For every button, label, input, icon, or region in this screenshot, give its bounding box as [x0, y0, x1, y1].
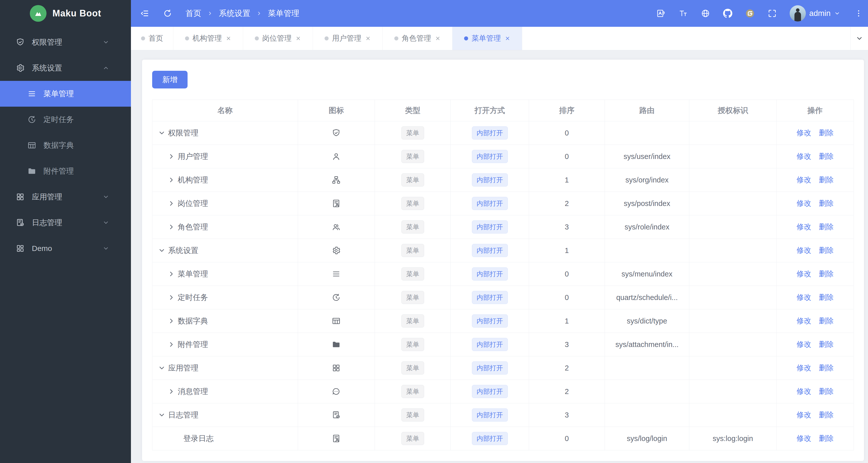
collapse-row-icon[interactable]	[158, 364, 165, 372]
sidebar-item-system[interactable]: 系统设置	[0, 55, 131, 81]
delete-link[interactable]: 删除	[819, 198, 834, 209]
tab-close-icon[interactable]	[435, 35, 441, 41]
menu-name: 系统设置	[168, 245, 198, 256]
cell-permission: sys:log:login	[689, 427, 776, 450]
breadcrumb-item[interactable]: 首页	[186, 8, 201, 19]
sidebar-item-schedule[interactable]: 定时任务	[0, 106, 131, 132]
avatar[interactable]	[789, 5, 806, 22]
sidebar: Maku Boot 权限管理系统设置菜单管理定时任务数据字典附件管理应用管理日志…	[0, 0, 131, 463]
tab-dot	[394, 36, 398, 40]
delete-link[interactable]: 删除	[819, 269, 834, 279]
expand-row-icon[interactable]	[167, 223, 175, 231]
more-options-icon[interactable]	[854, 9, 863, 18]
expand-row-icon[interactable]	[167, 294, 175, 301]
sidebar-item-demo[interactable]: Demo	[0, 236, 131, 261]
collapse-row-icon[interactable]	[158, 129, 165, 137]
edit-link[interactable]: 修改	[797, 339, 811, 349]
cell-actions: 修改删除	[776, 192, 854, 215]
delete-link[interactable]: 删除	[819, 363, 834, 373]
delete-link[interactable]: 删除	[819, 387, 834, 397]
sidebar-item-attachment[interactable]: 附件管理	[0, 158, 131, 184]
expand-row-icon[interactable]	[167, 270, 175, 278]
cell-permission	[689, 380, 776, 403]
user-menu[interactable]: admin	[789, 5, 840, 22]
top-header: 首页系统设置菜单管理	[131, 0, 868, 27]
tab-dropdown-button[interactable]	[850, 27, 868, 50]
edit-link[interactable]: 修改	[797, 175, 811, 185]
expand-row-icon[interactable]	[167, 317, 175, 325]
cell-sort: 3	[529, 403, 605, 427]
tab-机构管理[interactable]: 机构管理	[174, 27, 243, 50]
font-size-icon[interactable]	[678, 9, 688, 18]
expand-row-icon[interactable]	[167, 388, 175, 395]
delete-link[interactable]: 删除	[819, 292, 834, 303]
expand-row-icon[interactable]	[167, 199, 175, 207]
expand-row-icon[interactable]	[167, 341, 175, 348]
delete-link[interactable]: 删除	[819, 316, 834, 326]
table-row: 附件管理菜单内部打开3sys/attachment/in...修改删除	[152, 333, 854, 357]
logo-text: Maku Boot	[53, 8, 101, 19]
tab-岗位管理[interactable]: 岗位管理	[243, 27, 313, 50]
add-button[interactable]: 新增	[152, 71, 188, 88]
edit-link[interactable]: 修改	[797, 433, 811, 443]
edit-link[interactable]: 修改	[797, 292, 811, 303]
edit-link[interactable]: 修改	[797, 151, 811, 161]
globe-icon[interactable]	[701, 9, 710, 18]
sidebar-item-label: 菜单管理	[43, 89, 74, 99]
sidebar-item-log[interactable]: 日志管理	[0, 210, 131, 236]
delete-link[interactable]: 删除	[819, 433, 834, 443]
tab-close-icon[interactable]	[295, 35, 301, 41]
edit-link[interactable]: 修改	[797, 222, 811, 232]
fullscreen-icon[interactable]	[767, 9, 777, 18]
github-icon[interactable]	[723, 9, 733, 18]
tab-dot	[324, 36, 329, 40]
collapse-row-icon[interactable]	[158, 411, 165, 419]
collapse-row-icon[interactable]	[158, 247, 165, 254]
delete-link[interactable]: 删除	[819, 245, 834, 255]
sidebar-item-app[interactable]: 应用管理	[0, 184, 131, 210]
sidebar-item-menu[interactable]: 菜单管理	[0, 81, 131, 106]
cell-route	[605, 357, 689, 380]
delete-link[interactable]: 删除	[819, 339, 834, 349]
tab-close-icon[interactable]	[225, 35, 231, 41]
edit-link[interactable]: 修改	[797, 316, 811, 326]
edit-link[interactable]: 修改	[797, 363, 811, 373]
users-icon	[332, 222, 341, 232]
edit-link[interactable]: 修改	[797, 410, 811, 420]
logo[interactable]: Maku Boot	[0, 0, 131, 27]
tab-label: 机构管理	[193, 33, 222, 43]
collapse-sidebar-icon[interactable]	[140, 9, 150, 18]
sidebar-item-permission[interactable]: 权限管理	[0, 29, 131, 55]
edit-link[interactable]: 修改	[797, 387, 811, 397]
breadcrumb-item[interactable]: 系统设置	[219, 8, 250, 19]
edit-link[interactable]: 修改	[797, 198, 811, 209]
expand-row-icon[interactable]	[167, 176, 175, 184]
tab-首页[interactable]: 首页	[131, 27, 174, 50]
delete-link[interactable]: 删除	[819, 128, 834, 138]
tab-用户管理[interactable]: 用户管理	[313, 27, 383, 50]
gitee-icon[interactable]	[745, 9, 755, 18]
expand-row-icon[interactable]	[167, 153, 175, 160]
cell-icon	[298, 262, 375, 286]
tab-close-icon[interactable]	[504, 35, 510, 41]
sidebar-item-label: 日志管理	[32, 218, 103, 228]
edit-link[interactable]: 修改	[797, 269, 811, 279]
translate-icon[interactable]	[656, 9, 666, 18]
cell-icon	[298, 239, 375, 262]
delete-link[interactable]: 删除	[819, 175, 834, 185]
column-header: 名称	[152, 100, 298, 121]
edit-link[interactable]: 修改	[797, 128, 811, 138]
tab-close-icon[interactable]	[365, 35, 371, 41]
edit-link[interactable]: 修改	[797, 245, 811, 255]
open-mode-tag: 内部打开	[472, 268, 508, 280]
delete-link[interactable]: 删除	[819, 222, 834, 232]
log-doc-icon	[332, 410, 341, 420]
tab-角色管理[interactable]: 角色管理	[383, 27, 453, 50]
tab-菜单管理[interactable]: 菜单管理	[453, 27, 522, 50]
delete-link[interactable]: 删除	[819, 151, 834, 161]
sidebar-item-dict[interactable]: 数据字典	[0, 132, 131, 158]
refresh-icon[interactable]	[163, 9, 173, 18]
delete-link[interactable]: 删除	[819, 410, 834, 420]
chevron-down-icon	[103, 245, 109, 252]
tab-label: 菜单管理	[472, 33, 501, 43]
